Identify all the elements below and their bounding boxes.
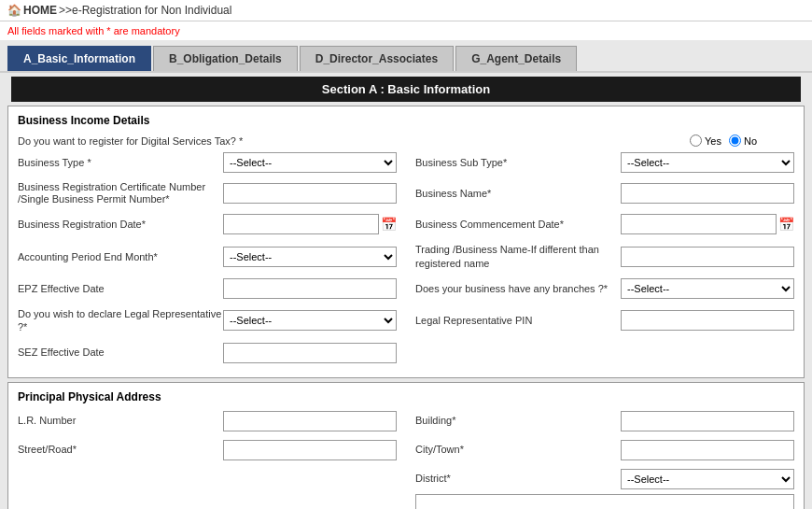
lr-number-control	[223, 411, 397, 431]
reg-date-label: Business Registration Date*	[18, 218, 223, 231]
business-type-label: Business Type *	[18, 156, 223, 169]
county-row: County* --Select--	[18, 469, 397, 509]
reg-date-control: 📅	[223, 214, 397, 234]
sez-date-row: SEZ Effective Date	[18, 343, 397, 363]
city-input[interactable]	[621, 440, 794, 460]
sez-date-input[interactable]	[223, 343, 397, 363]
district-row: District* --Select--	[415, 469, 794, 489]
building-control	[621, 411, 794, 431]
reg-date-calendar-icon[interactable]: 📅	[381, 217, 397, 232]
address-grid: L.R. Number Building* Street/Road*	[18, 411, 794, 509]
branches-select[interactable]: --Select--	[621, 278, 794, 299]
business-type-select[interactable]: --Select--	[223, 152, 397, 173]
legal-rep-pin-control	[621, 310, 794, 331]
trading-name-input[interactable]	[621, 247, 794, 267]
sez-empty	[415, 343, 794, 368]
tab-director[interactable]: D_Director_Associates	[300, 46, 454, 71]
building-label: Building*	[415, 414, 621, 427]
business-income-grid: Business Type * --Select-- Business Sub …	[18, 152, 794, 368]
street-input[interactable]	[223, 440, 397, 460]
city-label: City/Town*	[415, 443, 621, 456]
lr-number-row: L.R. Number	[18, 411, 397, 431]
city-control	[621, 440, 794, 460]
trading-name-control	[621, 247, 794, 267]
main-content: Section A : Basic Information Business I…	[0, 73, 812, 509]
business-sub-type-control: --Select--	[621, 152, 794, 173]
commencement-date-row: Business Commencement Date* 📅	[415, 214, 794, 234]
trading-name-label: Trading /Business Name-If different than…	[415, 243, 621, 270]
home-icon: 🏠	[7, 4, 21, 17]
physical-address-section: Principal Physical Address L.R. Number B…	[7, 382, 805, 509]
legal-rep-label: Do you wish to declare Legal Representat…	[18, 307, 223, 334]
tab-agent[interactable]: G_Agent_Details	[455, 46, 577, 71]
epz-date-input[interactable]	[223, 278, 397, 299]
epz-date-row: EPZ Effective Date	[18, 278, 397, 299]
street-label: Street/Road*	[18, 443, 223, 456]
digital-tax-yes[interactable]: Yes	[690, 134, 721, 147]
building-input[interactable]	[621, 411, 794, 431]
digital-tax-options: Yes No	[690, 134, 757, 147]
accounting-period-select[interactable]: --Select--	[223, 247, 397, 267]
legal-rep-pin-input[interactable]	[621, 310, 794, 331]
business-name-label: Business Name*	[415, 187, 621, 200]
business-sub-type-select[interactable]: --Select--	[621, 152, 794, 173]
building-row: Building*	[415, 411, 794, 431]
home-label[interactable]: HOME	[23, 4, 57, 17]
district-control: --Select--	[621, 469, 794, 489]
legal-rep-pin-row: Legal Representative PIN	[415, 307, 794, 334]
right-address-col: District* --Select-- (Maximum characters…	[415, 469, 794, 509]
trading-name-row: Trading /Business Name-If different than…	[415, 243, 794, 270]
business-name-row: Business Name*	[415, 181, 794, 205]
business-name-control	[621, 183, 794, 204]
accounting-period-row: Accounting Period End Month* --Select--	[18, 243, 397, 270]
cert-number-input[interactable]	[223, 183, 397, 204]
accounting-period-label: Accounting Period End Month*	[18, 250, 223, 263]
reg-date-input[interactable]	[223, 214, 379, 234]
district-label: District*	[415, 472, 621, 485]
digital-tax-no[interactable]: No	[729, 134, 757, 147]
sez-date-label: SEZ Effective Date	[18, 346, 223, 359]
digital-tax-label: Do you want to register for Digital Serv…	[18, 135, 690, 147]
mandatory-note: All fields marked with * are mandatory	[0, 21, 812, 40]
cert-number-control	[223, 183, 397, 204]
business-sub-type-row: Business Sub Type* --Select--	[415, 152, 794, 173]
branches-control: --Select--	[621, 278, 794, 299]
commencement-date-label: Business Commencement Date*	[415, 218, 621, 231]
accounting-period-control: --Select--	[223, 247, 397, 267]
street-control	[223, 440, 397, 460]
business-name-input[interactable]	[621, 183, 794, 204]
epz-date-label: EPZ Effective Date	[18, 282, 223, 295]
digital-tax-no-radio[interactable]	[729, 134, 741, 147]
top-bar: 🏠 HOME >>e-Registration for Non Individu…	[0, 0, 812, 21]
epz-date-control	[223, 278, 397, 299]
legal-rep-control: --Select--	[223, 310, 397, 331]
legal-rep-select[interactable]: --Select--	[223, 310, 397, 331]
commencement-date-calendar-icon[interactable]: 📅	[778, 217, 794, 232]
cert-number-row: Business Registration Certificate Number…	[18, 181, 397, 205]
branches-label: Does your business have any branches ?*	[415, 282, 621, 295]
breadcrumb: >>e-Registration for Non Individual	[59, 4, 231, 17]
tab-basic[interactable]: A_Basic_Information	[7, 46, 151, 71]
tabs-bar: A_Basic_Information B_Obligation_Details…	[0, 40, 812, 73]
business-type-row: Business Type * --Select--	[18, 152, 397, 173]
physical-address-legend: Principal Physical Address	[18, 390, 794, 403]
business-sub-type-label: Business Sub Type*	[415, 156, 621, 169]
city-row: City/Town*	[415, 440, 794, 460]
lr-number-label: L.R. Number	[18, 414, 223, 427]
branches-row: Does your business have any branches ?* …	[415, 278, 794, 299]
commencement-date-input[interactable]	[621, 214, 777, 234]
descriptive-address-textarea[interactable]	[415, 494, 794, 509]
digital-tax-yes-radio[interactable]	[690, 134, 702, 147]
business-type-control: --Select--	[223, 152, 397, 173]
business-income-legend: Business Income Details	[18, 114, 794, 127]
section-header: Section A : Basic Information	[11, 77, 801, 102]
legal-rep-pin-label: Legal Representative PIN	[415, 314, 621, 327]
business-income-section: Business Income Details Do you want to r…	[7, 106, 805, 378]
tab-obligation[interactable]: B_Obligation_Details	[153, 46, 298, 71]
district-select[interactable]: --Select--	[621, 469, 794, 489]
commencement-date-control: 📅	[621, 214, 794, 234]
lr-number-input[interactable]	[223, 411, 397, 431]
reg-date-row: Business Registration Date* 📅	[18, 214, 397, 234]
sez-date-control	[223, 343, 397, 363]
cert-number-label: Business Registration Certificate Number…	[18, 181, 223, 205]
